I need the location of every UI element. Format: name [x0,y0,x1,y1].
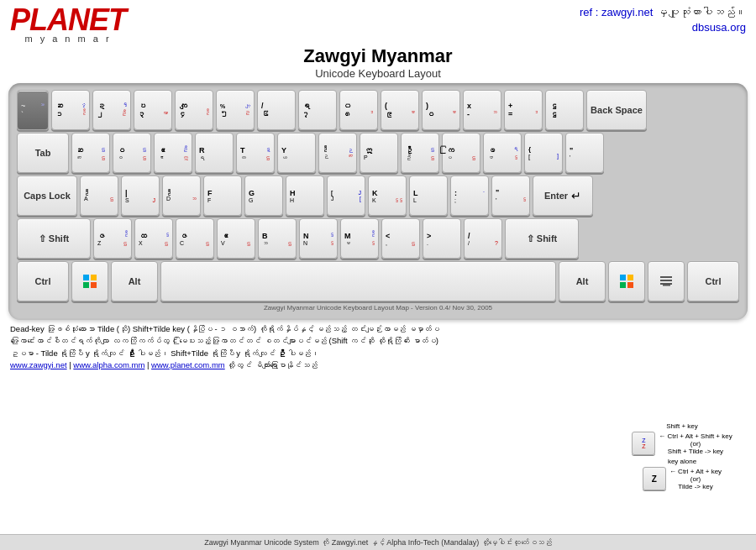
key-m[interactable]: Mဦ မဌ [340,218,379,259]
logo-myanmar: m y a n m a r [10,34,126,44]
svg-rect-5 [627,275,633,280]
key-slash[interactable]: / /? [464,218,502,259]
key-7[interactable]: ရ ၇ [298,90,337,130]
legend-keyalone: key alone Z ← Ctrl + Alt + key(or)Tilde … [615,458,749,490]
svg-rect-8 [660,276,672,278]
title-area: Zawgyi Myanmar Unicode Keyboard Layout [0,45,756,80]
footer-bar: Zawgyi Myanmar Unicode System ကို Zawgyi… [0,534,756,550]
key-f[interactable]: F F [203,175,242,216]
legend-shift: Shift + key Z Z ← Ctrl + Alt + Shift + k… [615,422,749,455]
key-5[interactable]: %ျ ၅ဥ [216,90,255,130]
key-equal[interactable]: + =ဒ [504,90,543,130]
key-2[interactable]: ဍၡ ၂ဦ [92,90,131,130]
key-h[interactable]: H H [286,175,324,216]
info-line3: ဥပမာ - Tilde ရိုက်ပြီ y ရိုက်လျင် ဦး ပေါ… [10,348,746,359]
svg-rect-6 [620,282,626,288]
key-j[interactable]: [J J[ [327,175,365,216]
key-n[interactable]: Nဌ Nဌ [299,218,338,259]
key-e[interactable]: ဧဦ ဧဣ [154,133,192,173]
key-0[interactable]: ) ဝဓ [422,90,460,130]
key-a[interactable]: ဦ Aဌ [80,175,118,216]
key-alt-right[interactable]: Alt [559,261,606,301]
key-q[interactable]: ဆဌ ဆဌ [71,133,110,173]
key-y[interactable]: Y ယ [277,133,316,173]
key-shift-right[interactable]: ⇧ Shift [505,218,579,259]
key-bracket-r[interactable]: { [] [524,133,563,173]
keyboard: ~ဿ ` ဆၠ ၁ဦ ဍၡ ၂ဦ ဎ ၃ဏ ကျ ၄ဦ %ျ ၅ဥ / ၆ ရ [8,83,748,320]
key-semicolon[interactable]: :· ; [450,175,489,216]
svg-rect-1 [91,275,97,280]
key-p[interactable]: ကြ ပဌ [442,133,480,173]
win-icon-right [619,274,634,289]
key-bracket-l[interactable]: ဖရ ဖဌ [483,133,522,173]
key-u[interactable]: ဦဉ ဉဆ [318,133,357,173]
key-w[interactable]: ဝဌ ဝဌ [113,133,151,173]
key-alt-left[interactable]: Alt [111,261,158,301]
key-3[interactable]: ဎ ၃ဏ [134,90,172,130]
key-tab[interactable]: Tab [17,133,69,173]
key-z[interactable]: ဇဦ Zဌ [93,218,132,259]
row-asdf: Caps Lock ဦ Aဌ | SJ ဦ Dဘ F F G G H H [J … [17,175,739,216]
ref-line2: dbsusa.org [580,20,746,35]
win-icon [82,274,97,289]
row-qwerty: Tab ဆဌ ဆဌ ဝဌ ဝဌ ဧဦ ဧဣ R ရ Tဋ တဌ Y ယ ဦဉ ဉ… [17,133,739,173]
svg-rect-9 [660,280,672,281]
key-g[interactable]: G G [244,175,283,216]
info-line2: အကြောင်းတောင်စီတင်ရက်ကိုလျာ လကက်ကြက်ပ်တွ… [10,335,746,347]
key-6[interactable]: / ၆ [257,90,296,130]
key-c[interactable]: ဇ Cဌ [176,218,214,259]
svg-rect-0 [83,275,89,280]
logo-planet: PLANET [10,5,126,35]
key-grave[interactable]: ~ဿ ` [17,90,49,130]
menu-icon [659,274,674,289]
key-backslash[interactable]: " ' [565,133,604,173]
key-quote[interactable]: " 'ဌ [491,175,530,216]
key-win-right[interactable] [608,261,645,301]
key-i[interactable]: ဣ P [360,133,398,173]
key-v[interactable]: ဧ Vဌ [217,218,255,259]
key-menu[interactable] [648,261,685,301]
key-x[interactable]: ထဌ Xဌ [134,218,173,259]
key-1[interactable]: ဆၠ ၁ဦ [51,90,90,130]
key-ctrl-right[interactable]: Ctrl [687,261,739,301]
svg-rect-2 [83,282,89,288]
key-caps-lock[interactable]: Caps Lock [17,175,77,216]
key-4[interactable]: ကျ ၄ဦ [175,90,213,130]
logo-area: PLANET m y a n m a r [10,5,126,44]
row-number: ~ဿ ` ဆၠ ၁ဦ ဍၡ ၂ဦ ဎ ၃ဏ ကျ ၄ဦ %ျ ၅ဥ / ၆ ရ [17,90,739,130]
key-shift-left[interactable]: ⇧ Shift [17,218,91,259]
key-t[interactable]: Tဋ တဌ [236,133,275,173]
svg-rect-11 [663,285,670,286]
key-k[interactable]: K Kဌဌ [368,175,407,216]
key-l[interactable]: L L [409,175,448,216]
key-ctrl-left[interactable]: Ctrl [17,261,69,301]
key-s[interactable]: | SJ [121,175,160,216]
key-b[interactable]: B ဘဌ [258,218,297,259]
key-o[interactable]: ဦဌ ဦဌ [401,133,439,173]
page-subtitle: Unicode Keyboard Layout [0,67,756,80]
legend-area: Shift + key Z Z ← Ctrl + Alt + Shift + k… [615,422,749,493]
svg-rect-10 [660,283,672,285]
key-r[interactable]: R ရ [195,133,234,173]
key-comma[interactable]: < ,ဌ [381,218,420,259]
svg-rect-7 [627,282,633,288]
kb-footer: Zawgyi Myanmar Unicode Keyboard Layout M… [17,304,739,312]
key-backslash2[interactable]: ဌ ဌ [545,90,584,130]
key-space[interactable] [160,261,556,301]
key-period[interactable]: > . [423,218,461,259]
ref-line1: ref : zawgyi.net မှပျုသုံးထားပါသည်။ [580,5,746,20]
key-enter[interactable]: Enter ↵ [533,175,593,216]
svg-rect-4 [620,275,626,280]
header: PLANET m y a n m a r ref : zawgyi.net မှ… [0,0,756,45]
page-title: Zawgyi Myanmar [0,45,756,67]
key-8[interactable]: ၀ ၈ဒ [339,90,378,130]
key-minus[interactable]: x -ဘ [463,90,501,130]
key-win-left[interactable] [71,261,108,301]
key-9[interactable]: ( ၉ဓ [381,90,419,130]
key-backspace[interactable]: Back Space [586,90,647,130]
row-zxcv: ⇧ Shift ဇဦ Zဌ ထဌ Xဌ ဇ Cဌ ဧ Vဌ B ဘဌ Nဌ Nဌ… [17,218,739,259]
info-section: Dead-key အဖြစ်သုံးထားသော Tilde (သို) Shi… [0,320,756,373]
row-bottom: Ctrl Alt Alt [17,261,739,301]
key-d[interactable]: ဦ Dဘ [162,175,201,216]
info-links: www.zawgyi.net | www.alpha.com.mm | www.… [10,359,746,371]
